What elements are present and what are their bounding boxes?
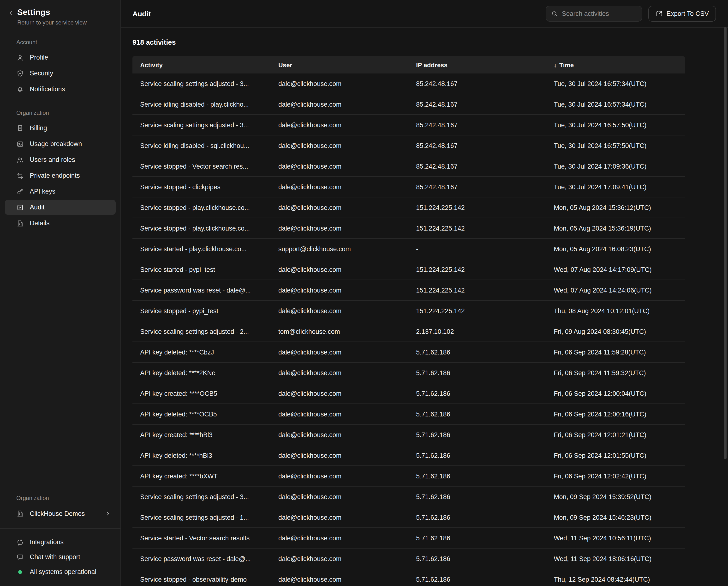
- footer-item-label: Chat with support: [30, 553, 80, 561]
- cell-ip-address: 151.224.225.142: [416, 266, 554, 273]
- cell-ip-address: 5.71.62.186: [416, 534, 554, 542]
- column-header-user[interactable]: User: [278, 61, 416, 69]
- table-row[interactable]: API key deleted: ****OCB5 dale@clickhous…: [132, 404, 685, 424]
- cell-activity: Service scaling settings adjusted - 3...: [140, 121, 278, 128]
- cell-user: dale@clickhouse.com: [278, 266, 416, 273]
- cell-time: Tue, 30 Jul 2024 16:57:50(UTC): [554, 142, 685, 149]
- table-row[interactable]: Service password was reset - dale@... da…: [132, 280, 685, 301]
- cell-activity: API key deleted: ****2KNc: [140, 369, 278, 376]
- sidebar-item-integrations[interactable]: Integrations: [5, 535, 116, 550]
- cell-time: Wed, 11 Sep 2024 10:56:11(UTC): [554, 534, 685, 542]
- column-header-time[interactable]: ↓ Time: [554, 61, 685, 69]
- sidebar-item-api-keys[interactable]: API keys: [5, 184, 116, 199]
- cell-ip-address: 5.71.62.186: [416, 369, 554, 376]
- cell-user: dale@clickhouse.com: [278, 576, 416, 583]
- table-row[interactable]: API key deleted: ****hBl3 dale@clickhous…: [132, 445, 685, 466]
- table-row[interactable]: API key created: ****bXWT dale@clickhous…: [132, 466, 685, 487]
- cell-activity: Service started - Vector search results: [140, 534, 278, 542]
- cell-activity: Service stopped - pypi_test: [140, 307, 278, 314]
- cell-time: Wed, 11 Sep 2024 18:06:16(UTC): [554, 555, 685, 562]
- search-input[interactable]: [562, 10, 636, 17]
- topbar: Audit Export To CSV: [121, 0, 728, 28]
- table-row[interactable]: Service stopped - clickpipes dale@clickh…: [132, 177, 685, 197]
- user-icon: [16, 53, 24, 61]
- search-icon: [551, 10, 558, 17]
- cell-ip-address: -: [416, 245, 554, 252]
- page-title: Audit: [132, 9, 151, 18]
- cell-activity: Service started - pypi_test: [140, 266, 278, 273]
- table-row[interactable]: API key created: ****hBl3 dale@clickhous…: [132, 424, 685, 445]
- sidebar-item-users-and-roles[interactable]: Users and roles: [5, 152, 116, 167]
- cell-time: Tue, 30 Jul 2024 16:57:34(UTC): [554, 80, 685, 87]
- table-row[interactable]: API key deleted: ****2KNc dale@clickhous…: [132, 363, 685, 383]
- table-row[interactable]: API key created: ****OCB5 dale@clickhous…: [132, 383, 685, 404]
- footer-item-label: Integrations: [30, 538, 63, 546]
- sidebar-item-usage-breakdown[interactable]: Usage breakdown: [5, 137, 116, 151]
- cell-ip-address: 5.71.62.186: [416, 452, 554, 459]
- sidebar-item-details[interactable]: Details: [5, 216, 116, 230]
- app-window: Settings Return to your service view Acc…: [0, 0, 728, 586]
- sidebar-item-label: Audit: [30, 204, 45, 211]
- sidebar-item-label: Users and roles: [30, 156, 75, 163]
- sidebar-item-billing[interactable]: Billing: [5, 121, 116, 136]
- cell-user: dale@clickhouse.com: [278, 307, 416, 314]
- table-row[interactable]: Service password was reset - dale@... da…: [132, 548, 685, 569]
- cell-activity: API key deleted: ****hBl3: [140, 452, 278, 459]
- cell-ip-address: 151.224.225.142: [416, 204, 554, 211]
- cell-user: dale@clickhouse.com: [278, 348, 416, 356]
- table-row[interactable]: Service stopped - play.clickhouse.co... …: [132, 197, 685, 218]
- cell-user: dale@clickhouse.com: [278, 431, 416, 438]
- system-status[interactable]: All systems operational: [5, 564, 116, 579]
- table-row[interactable]: Service started - Vector search results …: [132, 528, 685, 548]
- table-row[interactable]: Service scaling settings adjusted - 3...…: [132, 73, 685, 94]
- table-row[interactable]: Service stopped - Vector search res... d…: [132, 156, 685, 177]
- cell-time: Fri, 06 Sep 2024 11:59:28(UTC): [554, 348, 685, 356]
- sidebar-subtitle[interactable]: Return to your service view: [17, 19, 87, 26]
- table-row[interactable]: Service scaling settings adjusted - 2...…: [132, 321, 685, 342]
- table-row[interactable]: Service scaling settings adjusted - 3...…: [132, 487, 685, 507]
- cell-time: Tue, 30 Jul 2024 17:09:41(UTC): [554, 183, 685, 191]
- table-row[interactable]: Service idling disabled - play.clickho..…: [132, 94, 685, 115]
- sidebar-item-private-endpoints[interactable]: Private endpoints: [5, 168, 116, 183]
- cell-user: dale@clickhouse.com: [278, 142, 416, 149]
- activities-count: 918 activities: [132, 39, 728, 46]
- table-body: Service scaling settings adjusted - 3...…: [132, 73, 685, 586]
- key-icon: [16, 188, 24, 195]
- column-header-activity[interactable]: Activity: [140, 61, 278, 69]
- search-input-wrapper[interactable]: [545, 6, 642, 22]
- status-dot: [16, 570, 24, 574]
- table-row[interactable]: Service stopped - pypi_test dale@clickho…: [132, 301, 685, 321]
- org-switcher[interactable]: ClickHouse Demos: [5, 506, 116, 521]
- shield-check-icon: [16, 69, 24, 77]
- cell-activity: Service scaling settings adjusted - 3...: [140, 493, 278, 500]
- cell-time: Fri, 06 Sep 2024 12:01:55(UTC): [554, 452, 685, 459]
- table-row[interactable]: Service idling disabled - sql.clickhou..…: [132, 136, 685, 156]
- column-header-ip-address[interactable]: IP address: [416, 61, 554, 69]
- sort-desc-icon: ↓: [554, 61, 557, 69]
- table-row[interactable]: Service scaling settings adjusted - 3...…: [132, 115, 685, 136]
- cell-user: dale@clickhouse.com: [278, 411, 416, 418]
- sidebar-item-label: Security: [30, 70, 53, 77]
- scrollbar-thumb[interactable]: [724, 27, 727, 459]
- table-row[interactable]: Service started - play.clickhouse.co... …: [132, 239, 685, 260]
- cell-ip-address: 151.224.225.142: [416, 307, 554, 314]
- cell-time: Thu, 12 Sep 2024 08:42:44(UTC): [554, 576, 685, 583]
- export-csv-button[interactable]: Export To CSV: [648, 6, 716, 22]
- cell-time: Fri, 06 Sep 2024 12:00:16(UTC): [554, 411, 685, 418]
- cell-user: dale@clickhouse.com: [278, 101, 416, 108]
- sidebar-item-audit[interactable]: Audit: [5, 200, 116, 215]
- sidebar-item-profile[interactable]: Profile: [5, 50, 116, 65]
- sidebar-item-notifications[interactable]: Notifications: [5, 82, 116, 97]
- table-row[interactable]: Service scaling settings adjusted - 1...…: [132, 507, 685, 528]
- cell-ip-address: 85.242.48.167: [416, 163, 554, 170]
- cell-ip-address: 85.242.48.167: [416, 101, 554, 108]
- sidebar-item-security[interactable]: Security: [5, 66, 116, 81]
- table-row[interactable]: Service stopped - play.clickhouse.co... …: [132, 218, 685, 239]
- table-row[interactable]: Service started - pypi_test dale@clickho…: [132, 260, 685, 280]
- back-button[interactable]: [8, 9, 15, 18]
- table-row[interactable]: API key deleted: ****CbzJ dale@clickhous…: [132, 342, 685, 363]
- cell-activity: API key deleted: ****OCB5: [140, 411, 278, 418]
- sidebar-item-chat-support[interactable]: Chat with support: [5, 550, 116, 564]
- integrations-icon: [16, 538, 24, 546]
- table-row[interactable]: Service stopped - observability-demo dal…: [132, 569, 685, 586]
